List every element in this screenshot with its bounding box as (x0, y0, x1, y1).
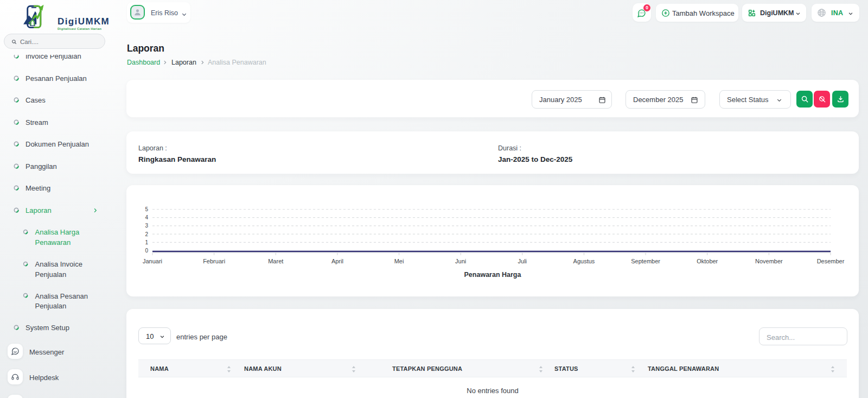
svg-text:April: April (331, 258, 343, 264)
svg-text:5: 5 (145, 206, 148, 212)
svg-text:Desember: Desember (817, 258, 845, 264)
svg-text:Maret: Maret (268, 258, 283, 264)
svg-text:Februari: Februari (203, 258, 225, 264)
svg-text:2: 2 (145, 231, 148, 237)
svg-text:3: 3 (145, 223, 148, 229)
svg-text:Juni: Juni (455, 258, 466, 264)
svg-text:0: 0 (145, 248, 148, 254)
svg-text:Oktober: Oktober (697, 258, 718, 264)
svg-text:Juli: Juli (518, 258, 527, 264)
svg-text:1: 1 (145, 239, 148, 245)
svg-text:September: September (631, 258, 660, 264)
svg-text:Agustus: Agustus (573, 258, 595, 264)
svg-text:Januari: Januari (143, 258, 162, 264)
svg-text:4: 4 (145, 214, 148, 220)
svg-text:Mei: Mei (394, 258, 404, 264)
svg-text:November: November (755, 258, 783, 264)
